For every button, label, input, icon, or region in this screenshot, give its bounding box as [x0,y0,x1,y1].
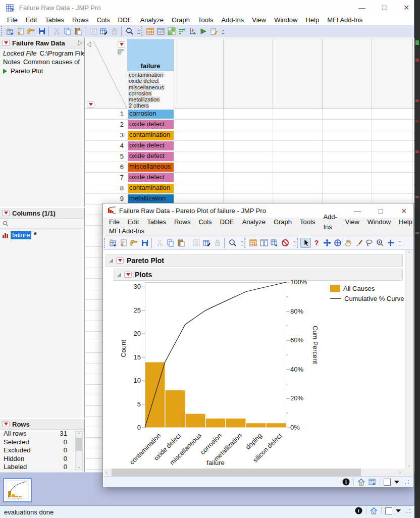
failure-cell[interactable]: oxide defect [128,120,174,129]
red-triangle-menu-icon[interactable] [2,40,10,46]
menu-doe[interactable]: DOE [114,15,136,25]
no-circle-icon[interactable] [280,238,290,248]
row-stat-labeled[interactable]: Labeled0 [0,463,84,472]
help-icon[interactable]: ? [311,238,322,248]
empty-cell[interactable] [174,120,224,130]
menu-tables[interactable]: Tables [41,15,68,25]
empty-cell[interactable] [372,151,413,162]
menu-analyze[interactable]: Analyze [136,15,168,25]
dropdown-arrow-icon[interactable] [394,481,399,484]
row-number[interactable]: 3 [85,130,127,140]
journal-icon[interactable] [15,26,26,36]
row-number[interactable]: 1 [85,109,127,119]
resize-grip[interactable] [405,480,409,484]
open-folder-icon[interactable] [26,26,36,36]
empty-cell[interactable] [224,141,273,151]
cut-icon[interactable] [51,26,62,36]
empty-cell[interactable] [174,162,224,173]
bars-green-icon[interactable] [177,26,187,36]
empty-cell[interactable] [224,120,273,130]
four-pane-icon[interactable] [166,26,177,36]
row-number[interactable]: 7 [85,173,127,183]
journal-icon[interactable] [118,238,129,248]
empty-cell[interactable] [273,151,323,162]
table-script-row[interactable]: Pareto Plot [0,66,84,75]
red-triangle-menu-icon[interactable] [2,421,10,427]
row-number[interactable]: 8 [85,183,127,193]
data-table-icon[interactable] [369,479,376,486]
row-stat-selected[interactable]: Selected0 [0,438,84,447]
new-data-table-icon[interactable] [5,26,15,36]
toolbar-overflow-icon[interactable]: ⌄‒ [292,239,297,247]
empty-cell[interactable] [323,151,372,162]
empty-cell[interactable] [174,130,224,141]
failure-cell[interactable]: oxide defect [128,141,174,150]
run-arrow-icon[interactable] [198,26,208,36]
pareto-bar[interactable] [246,423,266,428]
rows-panel-header[interactable]: Rows [0,419,84,430]
scroll-down-icon[interactable]: ⌄ [405,462,413,468]
table-edit-icon[interactable] [98,26,109,36]
failure-cell[interactable]: oxide defect [128,152,174,161]
plus-table-green-icon[interactable] [269,238,280,248]
save-icon[interactable] [36,26,47,36]
empty-cell[interactable] [224,130,273,141]
info-icon[interactable]: i [355,507,362,514]
menu-tables[interactable]: Tables [143,217,170,227]
failure-cell[interactable]: contamination [128,184,174,193]
menu-view[interactable]: View [248,15,270,25]
empty-cell[interactable] [224,173,273,183]
menu-add-ins[interactable]: Add-Ins [319,212,341,232]
lasso-icon[interactable] [364,238,375,248]
menu-cols[interactable]: Cols [92,15,114,25]
main-titlebar[interactable]: Failure Raw Data - JMP Pro — □ ✕ [0,0,414,15]
open-folder-icon[interactable] [129,238,139,248]
empty-cell[interactable] [174,183,224,194]
collapse-triangle-icon[interactable] [109,258,113,263]
lock-icon[interactable] [109,26,120,36]
column-name[interactable]: failure [11,231,31,239]
columns-panel-header[interactable]: Columns (1/1) [0,208,84,219]
pareto-bar[interactable] [226,418,246,428]
empty-cell[interactable] [323,141,372,151]
close-button[interactable]: ✕ [403,4,410,12]
empty-cell[interactable] [224,151,273,162]
yx-axis-icon[interactable]: yx [187,26,198,36]
empty-cell[interactable] [273,109,323,120]
empty-cell[interactable] [372,130,413,141]
menu-cols[interactable]: Cols [194,217,216,227]
menu-rows[interactable]: Rows [170,217,195,227]
menu-file[interactable]: File [3,15,22,25]
move-plus-icon[interactable] [322,238,332,248]
row-number[interactable]: 6 [85,162,127,172]
table-panel-header[interactable]: Failure Raw Data [0,38,84,48]
search-icon[interactable] [227,238,238,248]
pareto-bar[interactable] [165,390,185,428]
script-label[interactable]: Pareto Plot [11,67,43,75]
menu-analyze[interactable]: Analyze [238,217,270,227]
red-triangle-menu-icon[interactable] [2,210,10,216]
empty-cell[interactable] [323,120,372,130]
menu-window[interactable]: Window [270,15,301,25]
menu-rows[interactable]: Rows [68,15,93,25]
empty-cell[interactable] [273,141,323,151]
empty-cell[interactable] [372,120,413,130]
minimize-button[interactable]: — [354,207,361,215]
menu-help[interactable]: Help [301,15,323,25]
columns-pair-icon[interactable] [258,238,269,248]
scroll-left-icon[interactable]: ‹ [106,469,108,475]
target-icon[interactable] [332,238,343,248]
empty-cell[interactable] [372,173,413,183]
row-number[interactable]: 2 [85,120,127,130]
window-color-button[interactable] [385,507,392,514]
menu-tools[interactable]: Tools [194,15,217,25]
copy-icon[interactable] [62,26,73,36]
data-table-orange-icon[interactable] [248,238,258,248]
empty-cell[interactable] [273,162,323,173]
empty-cell[interactable] [323,183,372,194]
empty-cell[interactable] [224,183,273,194]
close-button[interactable]: ✕ [400,207,407,215]
empty-cell[interactable] [372,109,413,120]
red-triangle-menu-icon[interactable] [116,257,124,264]
failure-cell[interactable]: metallization [128,194,174,203]
